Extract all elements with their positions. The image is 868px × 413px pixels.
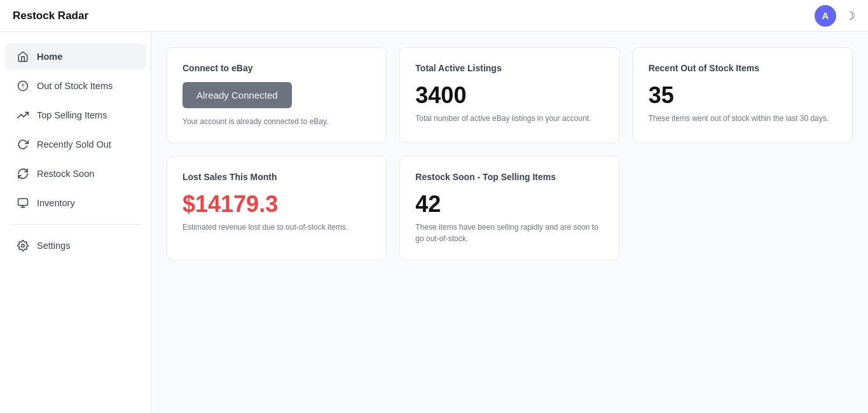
already-connected-button[interactable]: Already Connected (183, 82, 292, 108)
sidebar-item-settings[interactable]: Settings (5, 232, 146, 259)
home-icon (17, 50, 29, 63)
sidebar-item-restock-soon[interactable]: Restock Soon (5, 160, 146, 187)
refresh-cw-icon (17, 138, 29, 151)
sidebar-item-top-selling[interactable]: Top Selling Items (5, 102, 146, 129)
app-title: Restock Radar (13, 10, 88, 22)
card-connect-ebay: Connect to eBay Already Connected Your a… (167, 47, 387, 143)
card-recent-out-of-stock-number: 35 (649, 82, 837, 109)
sidebar-item-settings-label: Settings (37, 241, 70, 251)
card-connect-ebay-desc: Your account is already connected to eBa… (183, 116, 371, 127)
header-right: A ☽ (815, 5, 855, 27)
layout: Home Out of Stock Items Top Selling Item… (0, 32, 868, 413)
card-recent-out-of-stock: Recent Out of Stock Items 35 These items… (633, 47, 853, 143)
card-recent-out-of-stock-title: Recent Out of Stock Items (649, 63, 837, 73)
sidebar-item-recently-sold-out-label: Recently Sold Out (37, 139, 111, 150)
sidebar-item-home-label: Home (37, 52, 62, 62)
sidebar-item-inventory-label: Inventory (37, 198, 75, 208)
theme-toggle-icon[interactable]: ☽ (845, 9, 855, 23)
cards-row2: Lost Sales This Month $14179.3 Estimated… (167, 156, 853, 260)
sidebar-item-home[interactable]: Home (5, 43, 146, 70)
sidebar-item-restock-soon-label: Restock Soon (37, 169, 94, 179)
avatar[interactable]: A (815, 5, 836, 27)
settings-icon (17, 239, 29, 252)
card-recent-out-of-stock-desc: These items went out of stock within the… (649, 113, 837, 124)
card-lost-sales: Lost Sales This Month $14179.3 Estimated… (167, 156, 387, 260)
svg-rect-3 (18, 199, 28, 206)
inventory-icon (17, 197, 29, 209)
card-total-active-desc: Total number of active eBay listings in … (415, 113, 603, 124)
out-of-stock-icon (17, 80, 29, 92)
card-connect-ebay-title: Connect to eBay (183, 63, 371, 73)
sidebar: Home Out of Stock Items Top Selling Item… (0, 32, 151, 413)
card-lost-sales-number: $14179.3 (183, 191, 371, 218)
card-lost-sales-title: Lost Sales This Month (183, 172, 371, 182)
card-restock-top-selling: Restock Soon - Top Selling Items 42 Thes… (399, 156, 619, 260)
sidebar-item-top-selling-label: Top Selling Items (37, 110, 107, 120)
sidebar-item-out-of-stock[interactable]: Out of Stock Items (5, 73, 146, 99)
svg-point-4 (22, 244, 25, 248)
card-total-active-number: 3400 (415, 82, 603, 109)
card-lost-sales-desc: Estimated revenue lost due to out-of-sto… (183, 221, 371, 233)
card-total-active: Total Active Listings 3400 Total number … (399, 47, 619, 143)
sidebar-item-out-of-stock-label: Out of Stock Items (37, 81, 113, 91)
header: Restock Radar A ☽ (0, 0, 868, 32)
card-total-active-title: Total Active Listings (415, 63, 603, 73)
sidebar-item-inventory[interactable]: Inventory (5, 190, 146, 216)
main-content: Connect to eBay Already Connected Your a… (151, 32, 868, 413)
card-restock-top-selling-title: Restock Soon - Top Selling Items (415, 172, 603, 182)
sidebar-divider (10, 224, 141, 225)
trending-up-icon (17, 109, 29, 122)
restock-soon-icon (17, 167, 29, 180)
card-restock-top-selling-desc: These items have been selling rapidly an… (415, 221, 603, 244)
cards-row1: Connect to eBay Already Connected Your a… (167, 47, 853, 143)
sidebar-item-recently-sold-out[interactable]: Recently Sold Out (5, 131, 146, 158)
card-restock-top-selling-number: 42 (415, 191, 603, 218)
